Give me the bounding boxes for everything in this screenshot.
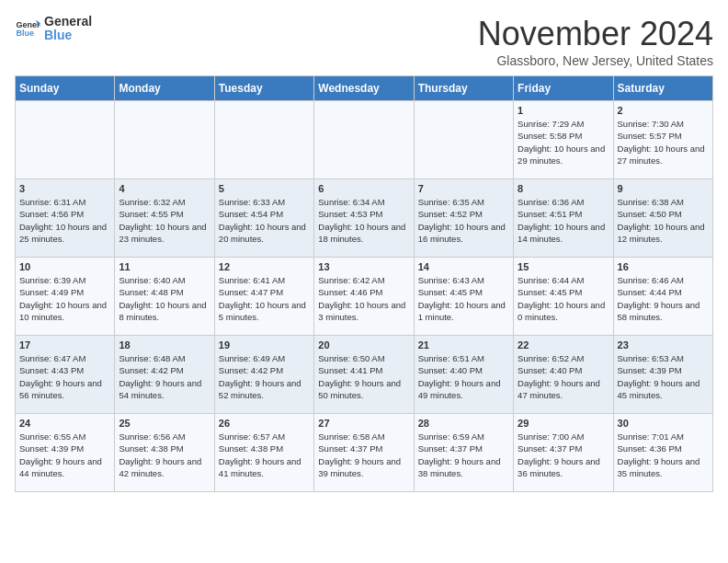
day-number: 24 xyxy=(19,418,110,429)
day-number: 11 xyxy=(119,261,210,272)
calendar-cell: 22Sunrise: 6:52 AM Sunset: 4:40 PM Dayli… xyxy=(514,336,613,414)
calendar-table: SundayMondayTuesdayWednesdayThursdayFrid… xyxy=(15,75,713,492)
title-block: November 2024 Glassboro, New Jersey, Uni… xyxy=(478,15,713,68)
logo-icon: General Blue xyxy=(15,16,40,41)
logo-general: General xyxy=(44,15,92,29)
calendar-cell: 18Sunrise: 6:48 AM Sunset: 4:42 PM Dayli… xyxy=(115,336,214,414)
day-number: 23 xyxy=(618,339,709,350)
calendar-cell: 13Sunrise: 6:42 AM Sunset: 4:46 PM Dayli… xyxy=(314,258,414,336)
day-number: 19 xyxy=(219,339,310,350)
day-number: 12 xyxy=(219,261,310,272)
day-info: Sunrise: 6:40 AM Sunset: 4:48 PM Dayligh… xyxy=(119,274,210,323)
calendar-cell: 7Sunrise: 6:35 AM Sunset: 4:52 PM Daylig… xyxy=(414,179,513,258)
calendar-cell: 1Sunrise: 7:29 AM Sunset: 5:58 PM Daylig… xyxy=(514,101,613,179)
day-info: Sunrise: 6:41 AM Sunset: 4:47 PM Dayligh… xyxy=(219,274,310,323)
weekday-header-friday: Friday xyxy=(514,76,613,101)
week-row-3: 10Sunrise: 6:39 AM Sunset: 4:49 PM Dayli… xyxy=(16,258,713,336)
day-number: 3 xyxy=(19,183,110,194)
day-info: Sunrise: 6:55 AM Sunset: 4:39 PM Dayligh… xyxy=(19,431,110,479)
logo: General Blue General Blue xyxy=(15,15,92,43)
day-number: 27 xyxy=(318,418,409,429)
calendar-cell: 25Sunrise: 6:56 AM Sunset: 4:38 PM Dayli… xyxy=(115,414,214,492)
day-number: 21 xyxy=(418,339,509,350)
month-title: November 2024 xyxy=(478,15,713,53)
calendar-cell: 2Sunrise: 7:30 AM Sunset: 5:57 PM Daylig… xyxy=(613,101,712,179)
day-number: 7 xyxy=(418,183,509,194)
calendar-cell: 21Sunrise: 6:51 AM Sunset: 4:40 PM Dayli… xyxy=(414,336,513,414)
calendar-cell: 10Sunrise: 6:39 AM Sunset: 4:49 PM Dayli… xyxy=(16,258,115,336)
day-number: 16 xyxy=(618,261,709,272)
weekday-header-wednesday: Wednesday xyxy=(314,76,414,101)
day-info: Sunrise: 6:38 AM Sunset: 4:50 PM Dayligh… xyxy=(618,196,709,245)
week-row-4: 17Sunrise: 6:47 AM Sunset: 4:43 PM Dayli… xyxy=(16,336,713,414)
logo-blue: Blue xyxy=(44,29,92,42)
svg-text:Blue: Blue xyxy=(16,29,34,39)
calendar-cell: 23Sunrise: 6:53 AM Sunset: 4:39 PM Dayli… xyxy=(613,336,712,414)
calendar-cell: 19Sunrise: 6:49 AM Sunset: 4:42 PM Dayli… xyxy=(214,336,313,414)
day-info: Sunrise: 6:46 AM Sunset: 4:44 PM Dayligh… xyxy=(618,274,709,323)
day-info: Sunrise: 7:00 AM Sunset: 4:37 PM Dayligh… xyxy=(518,431,609,479)
calendar-cell: 11Sunrise: 6:40 AM Sunset: 4:48 PM Dayli… xyxy=(115,258,214,336)
day-info: Sunrise: 6:51 AM Sunset: 4:40 PM Dayligh… xyxy=(418,352,509,401)
day-info: Sunrise: 6:58 AM Sunset: 4:37 PM Dayligh… xyxy=(318,431,409,479)
calendar-cell: 30Sunrise: 7:01 AM Sunset: 4:36 PM Dayli… xyxy=(613,414,712,492)
weekday-header-saturday: Saturday xyxy=(613,76,712,101)
day-number: 5 xyxy=(219,183,310,194)
calendar-cell xyxy=(16,101,115,179)
calendar-cell: 12Sunrise: 6:41 AM Sunset: 4:47 PM Dayli… xyxy=(214,258,313,336)
day-info: Sunrise: 6:34 AM Sunset: 4:53 PM Dayligh… xyxy=(318,196,409,245)
day-info: Sunrise: 6:56 AM Sunset: 4:38 PM Dayligh… xyxy=(119,431,210,479)
calendar-cell: 3Sunrise: 6:31 AM Sunset: 4:56 PM Daylig… xyxy=(16,179,115,258)
day-number: 29 xyxy=(518,418,609,429)
day-info: Sunrise: 6:33 AM Sunset: 4:54 PM Dayligh… xyxy=(219,196,310,245)
day-info: Sunrise: 6:31 AM Sunset: 4:56 PM Dayligh… xyxy=(19,196,110,245)
calendar-cell: 17Sunrise: 6:47 AM Sunset: 4:43 PM Dayli… xyxy=(16,336,115,414)
week-row-1: 1Sunrise: 7:29 AM Sunset: 5:58 PM Daylig… xyxy=(16,101,713,179)
weekday-header-sunday: Sunday xyxy=(16,76,115,101)
day-info: Sunrise: 6:50 AM Sunset: 4:41 PM Dayligh… xyxy=(318,352,409,401)
day-number: 18 xyxy=(119,339,210,350)
day-number: 9 xyxy=(618,183,709,194)
calendar-cell: 9Sunrise: 6:38 AM Sunset: 4:50 PM Daylig… xyxy=(613,179,712,258)
week-row-2: 3Sunrise: 6:31 AM Sunset: 4:56 PM Daylig… xyxy=(16,179,713,258)
day-number: 26 xyxy=(219,418,310,429)
day-number: 15 xyxy=(518,261,609,272)
weekday-header-row: SundayMondayTuesdayWednesdayThursdayFrid… xyxy=(16,76,713,101)
weekday-header-tuesday: Tuesday xyxy=(214,76,313,101)
day-info: Sunrise: 6:44 AM Sunset: 4:45 PM Dayligh… xyxy=(518,274,609,323)
calendar-cell: 24Sunrise: 6:55 AM Sunset: 4:39 PM Dayli… xyxy=(16,414,115,492)
location: Glassboro, New Jersey, United States xyxy=(478,53,713,68)
day-number: 14 xyxy=(418,261,509,272)
day-info: Sunrise: 6:39 AM Sunset: 4:49 PM Dayligh… xyxy=(19,274,110,323)
day-number: 20 xyxy=(318,339,409,350)
calendar-cell: 8Sunrise: 6:36 AM Sunset: 4:51 PM Daylig… xyxy=(514,179,613,258)
calendar-cell: 26Sunrise: 6:57 AM Sunset: 4:38 PM Dayli… xyxy=(214,414,313,492)
week-row-5: 24Sunrise: 6:55 AM Sunset: 4:39 PM Dayli… xyxy=(16,414,713,492)
day-info: Sunrise: 6:57 AM Sunset: 4:38 PM Dayligh… xyxy=(219,431,310,479)
weekday-header-monday: Monday xyxy=(115,76,214,101)
calendar-cell xyxy=(214,101,313,179)
day-info: Sunrise: 6:43 AM Sunset: 4:45 PM Dayligh… xyxy=(418,274,509,323)
calendar-cell: 16Sunrise: 6:46 AM Sunset: 4:44 PM Dayli… xyxy=(613,258,712,336)
day-info: Sunrise: 6:42 AM Sunset: 4:46 PM Dayligh… xyxy=(318,274,409,323)
day-number: 25 xyxy=(119,418,210,429)
calendar-cell xyxy=(115,101,214,179)
header: General Blue General Blue November 2024 … xyxy=(15,15,713,68)
calendar-cell: 20Sunrise: 6:50 AM Sunset: 4:41 PM Dayli… xyxy=(314,336,414,414)
calendar-cell: 14Sunrise: 6:43 AM Sunset: 4:45 PM Dayli… xyxy=(414,258,513,336)
calendar-cell: 4Sunrise: 6:32 AM Sunset: 4:55 PM Daylig… xyxy=(115,179,214,258)
calendar-cell: 27Sunrise: 6:58 AM Sunset: 4:37 PM Dayli… xyxy=(314,414,414,492)
day-number: 6 xyxy=(318,183,409,194)
weekday-header-thursday: Thursday xyxy=(414,76,513,101)
day-info: Sunrise: 6:36 AM Sunset: 4:51 PM Dayligh… xyxy=(518,196,609,245)
day-info: Sunrise: 7:01 AM Sunset: 4:36 PM Dayligh… xyxy=(618,431,709,479)
day-info: Sunrise: 6:32 AM Sunset: 4:55 PM Dayligh… xyxy=(119,196,210,245)
day-number: 22 xyxy=(518,339,609,350)
day-number: 1 xyxy=(518,105,609,116)
day-info: Sunrise: 6:48 AM Sunset: 4:42 PM Dayligh… xyxy=(119,352,210,401)
calendar-cell: 15Sunrise: 6:44 AM Sunset: 4:45 PM Dayli… xyxy=(514,258,613,336)
day-info: Sunrise: 6:53 AM Sunset: 4:39 PM Dayligh… xyxy=(618,352,709,401)
calendar-cell: 28Sunrise: 6:59 AM Sunset: 4:37 PM Dayli… xyxy=(414,414,513,492)
day-number: 30 xyxy=(618,418,709,429)
day-info: Sunrise: 7:30 AM Sunset: 5:57 PM Dayligh… xyxy=(618,118,709,167)
